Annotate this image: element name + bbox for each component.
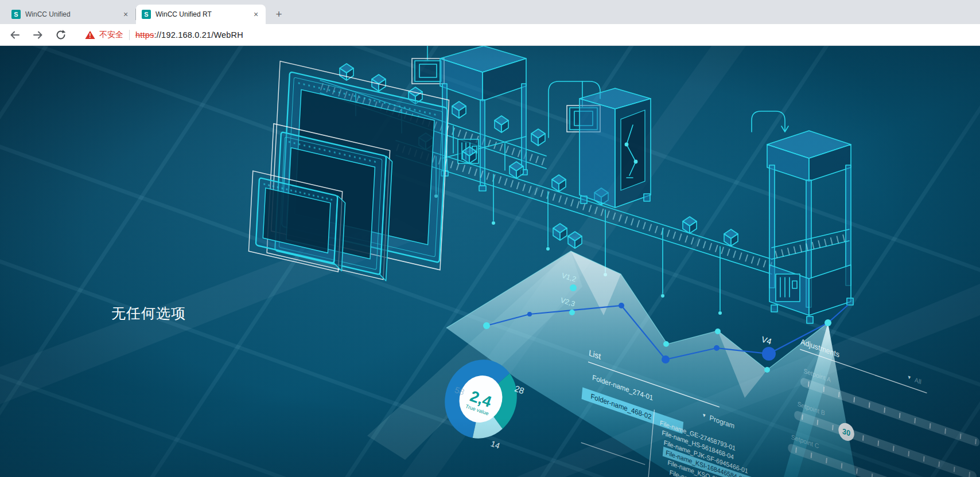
vignette — [0, 46, 980, 477]
forward-icon[interactable] — [31, 28, 45, 42]
url-scheme: https — [135, 30, 154, 40]
tab-wincc-unified-rt[interactable]: S WinCC Unified RT × — [136, 5, 266, 24]
wincc-splash-illustration: V1,2 V2,3 V4 58 28 14 2,4 True value Lis… — [0, 46, 980, 477]
address-bar[interactable]: https://192.168.0.21/WebRH — [135, 30, 243, 40]
not-secure-label: 不安全 — [99, 30, 123, 40]
page-viewport: V1,2 V2,3 V4 58 28 14 2,4 True value Lis… — [0, 46, 980, 477]
url-rest: ://192.168.0.21/WebRH — [154, 30, 243, 40]
siemens-favicon-icon: S — [142, 10, 151, 19]
warning-triangle-icon: ! — [85, 30, 95, 40]
back-icon[interactable] — [8, 28, 22, 42]
close-icon[interactable]: × — [251, 9, 261, 19]
tab-title: WinCC Unified RT — [155, 10, 251, 18]
tab-wincc-unified[interactable]: S WinCC Unified × — [6, 5, 135, 24]
reload-icon[interactable] — [54, 28, 68, 42]
security-chip[interactable]: ! 不安全 — [85, 30, 135, 40]
close-icon[interactable]: × — [120, 9, 131, 19]
new-tab-button[interactable]: + — [271, 7, 286, 22]
siemens-favicon-icon: S — [11, 10, 21, 19]
tab-strip: S WinCC Unified × S WinCC Unified RT × + — [0, 0, 980, 24]
svg-text:!: ! — [89, 32, 91, 38]
no-options-message: 无任何选项 — [111, 304, 186, 323]
tab-title: WinCC Unified — [25, 10, 120, 18]
browser-toolbar: ! 不安全 https://192.168.0.21/WebRH — [0, 24, 980, 46]
chip-separator — [129, 30, 130, 40]
